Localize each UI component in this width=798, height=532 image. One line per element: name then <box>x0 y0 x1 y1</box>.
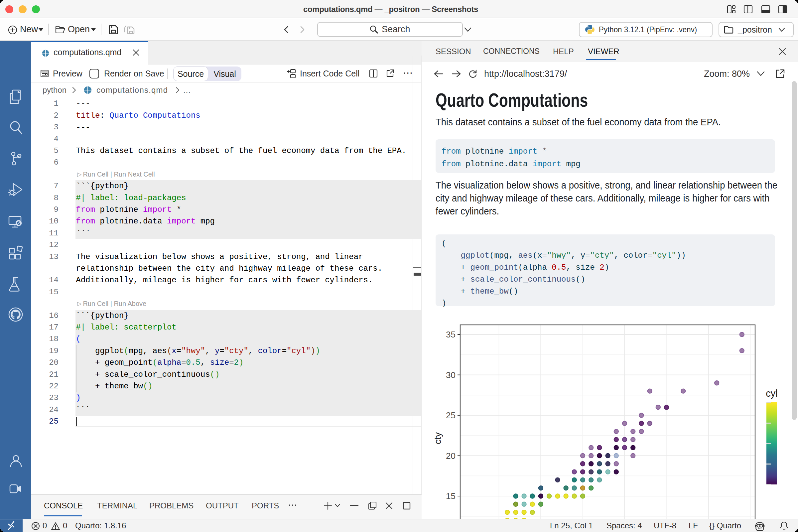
svg-text:15: 15 <box>446 491 456 501</box>
svg-text:30: 30 <box>446 370 456 380</box>
svg-text:20: 20 <box>446 451 456 461</box>
svg-text:25: 25 <box>446 410 456 420</box>
svg-text:cty: cty <box>433 432 443 444</box>
svg-text:cyl: cyl <box>766 388 777 399</box>
svg-text:35: 35 <box>446 329 456 340</box>
